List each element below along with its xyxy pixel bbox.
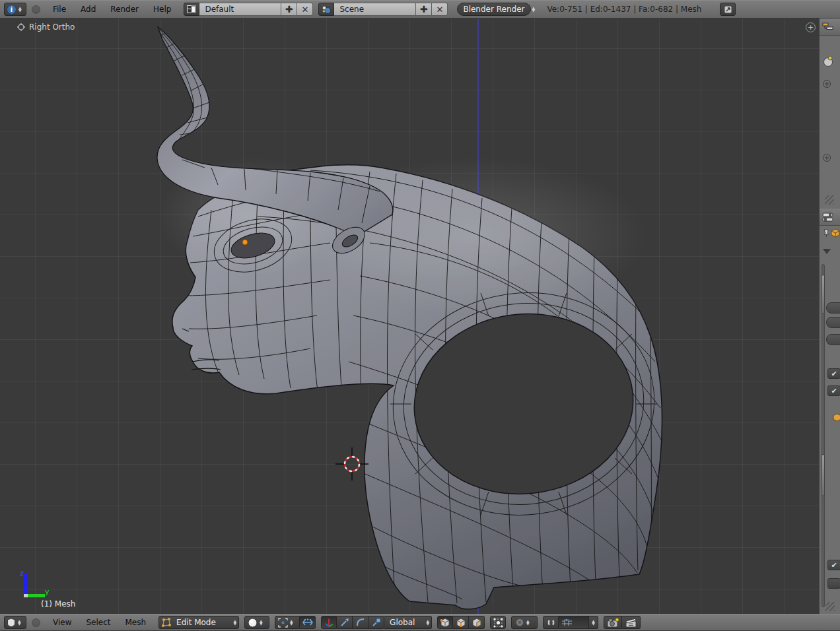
outliner-expand-icon[interactable] <box>822 153 831 162</box>
collapse-menus-button[interactable] <box>32 618 40 627</box>
pin-icon[interactable] <box>822 228 831 238</box>
plus-icon: ✚ <box>285 4 293 15</box>
checkbox-checked[interactable]: ✔ <box>827 385 840 396</box>
region-resize-grip[interactable] <box>825 602 835 611</box>
menu-view[interactable]: View <box>46 618 79 627</box>
render-animation-button[interactable] <box>622 616 641 629</box>
properties-header[interactable] <box>820 209 840 226</box>
window-duplicate-button[interactable] <box>720 3 736 16</box>
layout-name-field[interactable]: Default <box>199 3 281 16</box>
magnet-icon <box>547 618 555 627</box>
scene-stats: Ve:0-751 | Ed:0-1437 | Fa:0-682 | Mesh <box>547 5 701 14</box>
checkbox-checked[interactable]: ✔ <box>827 368 840 379</box>
fullscreen-icon <box>724 5 732 14</box>
outliner-world-icon[interactable] <box>822 55 834 67</box>
plus-icon: ✚ <box>420 4 428 15</box>
collapse-menus-button[interactable] <box>32 5 40 14</box>
orbit-icon <box>17 23 25 31</box>
scene-icon <box>322 5 331 14</box>
menu-add[interactable]: Add <box>73 5 103 14</box>
manipulator-axis-button[interactable] <box>321 616 337 629</box>
chevron-updown-icon: ▲▼ <box>424 620 431 625</box>
scale-manipulator-button[interactable] <box>368 616 384 629</box>
menu-select[interactable]: Select <box>79 618 118 627</box>
engine-dropdown[interactable]: Blender Render ▲▼ <box>457 3 531 16</box>
object-tab-cube-icon[interactable] <box>831 228 840 238</box>
outliner-header[interactable] <box>820 18 840 36</box>
chevron-updown-icon: ▲▼ <box>16 620 23 625</box>
edge-select-icon <box>456 618 466 628</box>
properties-scrollbar[interactable] <box>822 264 825 607</box>
menu-render[interactable]: Render <box>103 5 146 14</box>
snap-increment-icon <box>561 618 573 627</box>
snap-toggle[interactable] <box>543 616 559 629</box>
axis-y-label: y <box>45 587 50 596</box>
edge-select-button[interactable] <box>453 616 469 629</box>
panel-widget-partial[interactable] <box>826 302 840 314</box>
shading-dropdown[interactable]: ▲▼ <box>244 616 269 629</box>
chevron-updown-icon: ▲▼ <box>258 620 265 625</box>
info-header: i ▲▼ File Add Render Help Default ✚ ✕ Sc… <box>0 0 840 18</box>
panel-widget-partial[interactable] <box>826 317 840 328</box>
view-name-label: Right Ortho <box>17 22 75 32</box>
mesh-minotaur-head[interactable] <box>0 18 819 614</box>
viewport-3d[interactable]: Right Ortho + z y (1) Mesh <box>0 18 819 614</box>
snap-mode-stepper[interactable]: ▲▼ <box>589 616 598 629</box>
properties-icon <box>822 213 834 222</box>
layout-browse-button[interactable] <box>184 3 199 16</box>
menu-mesh[interactable]: Mesh <box>118 618 154 627</box>
layout-delete-button[interactable]: ✕ <box>297 3 313 16</box>
close-icon: ✕ <box>301 5 308 15</box>
scene-add-button[interactable]: ✚ <box>416 3 432 16</box>
vertex-select-button[interactable] <box>437 616 453 629</box>
cube-icon <box>833 413 840 422</box>
menu-help[interactable]: Help <box>146 5 178 14</box>
camera-icon <box>607 618 619 628</box>
chevron-updown-icon: ▲▼ <box>524 620 532 625</box>
expand-region-button[interactable]: + <box>806 22 816 32</box>
chevron-down-icon[interactable] <box>822 248 831 255</box>
translate-arrow-icon <box>340 618 349 627</box>
screen-layout-icon <box>187 5 196 13</box>
info-icon: i <box>7 5 17 15</box>
svg-text:i: i <box>11 6 13 13</box>
translate-manipulator-button[interactable] <box>337 616 353 629</box>
close-icon: ✕ <box>436 5 443 15</box>
vertex-select-icon <box>440 618 450 628</box>
chevron-updown-icon: ▲▼ <box>590 620 597 625</box>
orientation-dropdown[interactable]: Global ▲▼ <box>384 616 432 629</box>
face-select-button[interactable] <box>469 616 485 629</box>
checkbox-checked[interactable]: ✔ <box>827 560 840 570</box>
proportional-circle-icon <box>515 618 524 627</box>
scrollbar-thumb[interactable] <box>822 454 825 496</box>
panel-widget-partial[interactable] <box>826 334 840 345</box>
scene-name-field[interactable]: Scene <box>334 3 416 16</box>
scrollbar-thumb[interactable] <box>822 275 825 314</box>
solid-shading-icon <box>248 618 258 628</box>
manipulator-icon <box>302 618 313 626</box>
render-image-button[interactable] <box>604 616 622 629</box>
menu-file[interactable]: File <box>46 5 73 14</box>
layout-add-button[interactable]: ✚ <box>281 3 297 16</box>
outliner-expand-icon[interactable] <box>822 79 831 88</box>
editor-type-button[interactable]: ▲▼ <box>4 616 26 629</box>
pivot-dropdown[interactable]: ▲▼ <box>275 616 300 629</box>
scene-delete-button[interactable]: ✕ <box>432 3 448 16</box>
proportional-edit-dropdown[interactable]: ▲▼ <box>511 616 538 629</box>
selected-vertex[interactable] <box>242 240 248 245</box>
occlude-geometry-button[interactable] <box>490 616 506 629</box>
limit-visible-icon <box>493 618 503 628</box>
cursor-3d[interactable] <box>335 448 368 481</box>
pivot-median-icon <box>278 618 288 628</box>
mode-dropdown[interactable]: Edit Mode ▲▼ <box>158 616 239 629</box>
rotate-arc-icon <box>356 618 365 627</box>
editor-type-button[interactable]: i ▲▼ <box>4 3 26 16</box>
manipulator-toggle[interactable] <box>300 616 316 629</box>
chevron-updown-icon: ▲▼ <box>530 7 537 12</box>
snap-element-dropdown[interactable] <box>559 616 589 629</box>
rotate-manipulator-button[interactable] <box>353 616 368 629</box>
checkbox-unchecked[interactable] <box>827 578 840 589</box>
scene-browse-button[interactable] <box>318 3 334 16</box>
scale-icon <box>372 618 381 627</box>
region-resize-grip[interactable] <box>825 195 834 205</box>
